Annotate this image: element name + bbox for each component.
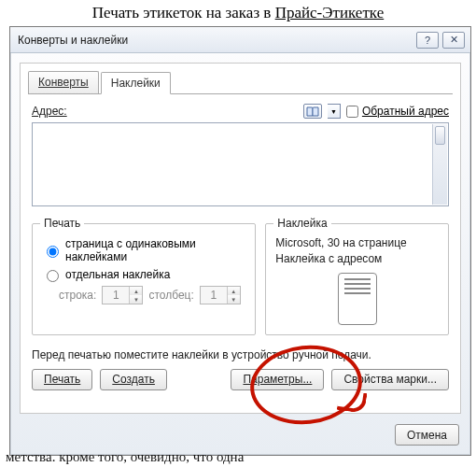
col-spinner[interactable]: ▲▼ <box>200 286 241 304</box>
row-col-controls: строка: ▲▼ столбец: ▲▼ <box>59 286 245 304</box>
label-preview-icon <box>338 273 377 325</box>
manual-feed-note: Перед печатью поместите наклейки в устро… <box>32 348 449 361</box>
close-icon: ✕ <box>450 34 458 46</box>
return-address-input[interactable] <box>346 106 358 118</box>
button-row: Печать Создать Параметры... Свойства мар… <box>32 369 449 390</box>
col-down-icon: ▼ <box>228 295 240 304</box>
brand-properties-button[interactable]: Свойства марки... <box>331 369 449 390</box>
row-down-icon: ▼ <box>130 295 142 304</box>
radio-same-labels[interactable]: страница с одинаковыми наклейками <box>42 237 245 263</box>
close-button[interactable]: ✕ <box>442 32 465 49</box>
page-header-text: Печать этикеток на заказ в <box>92 4 275 21</box>
tab-labels[interactable]: Наклейки <box>101 72 171 94</box>
label-line1: Microsoft, 30 на странице <box>275 235 439 251</box>
options-button[interactable]: Параметры... <box>231 369 324 390</box>
tabstrip: Конверты Наклейки <box>21 64 460 93</box>
label-info: Microsoft, 30 на странице Наклейка с адр… <box>275 235 439 267</box>
group-print-title: Печать <box>40 217 84 230</box>
row-input <box>103 287 129 304</box>
chevron-down-icon: ▼ <box>330 108 337 115</box>
address-book-button[interactable] <box>303 104 322 119</box>
return-address-checkbox[interactable]: Обратный адрес <box>346 105 449 118</box>
dialog-envelopes-labels: Конверты и наклейки ? ✕ Конверты Наклейк… <box>9 26 471 456</box>
dialog-body: Конверты Наклейки Адрес: ▼ Об <box>20 63 461 414</box>
create-button[interactable]: Создать <box>100 369 167 390</box>
background-document-text: метства. кроме того, очевидно, что одна <box>6 449 470 465</box>
address-label: Адрес: <box>32 105 67 118</box>
col-label: столбец: <box>148 289 193 302</box>
scrollbar-thumb[interactable] <box>435 126 445 145</box>
row-label: строка: <box>59 289 96 302</box>
address-textarea[interactable] <box>32 122 449 206</box>
page-header-link[interactable]: Прайс-Этикетке <box>275 4 385 21</box>
col-up-icon: ▲ <box>228 287 240 295</box>
titlebar: Конверты и наклейки ? ✕ <box>10 27 470 53</box>
tab-envelopes[interactable]: Конверты <box>28 71 99 93</box>
address-scrollbar[interactable] <box>432 124 447 205</box>
radio-single-label[interactable]: отдельная наклейка <box>42 267 245 282</box>
page-header: Печать этикеток на заказ в Прайс-Этикетк… <box>0 0 476 28</box>
tab-panel-labels: Адрес: ▼ Обратный адрес <box>21 94 460 398</box>
address-book-icon <box>306 106 319 117</box>
group-print: Печать страница с одинаковыми наклейками… <box>32 223 256 335</box>
group-label: Наклейка Microsoft, 30 на странице Накле… <box>265 223 449 335</box>
print-button[interactable]: Печать <box>32 369 92 390</box>
help-button[interactable]: ? <box>416 32 439 49</box>
help-icon: ? <box>425 35 430 46</box>
group-label-title: Наклейка <box>273 217 330 230</box>
address-row: Адрес: ▼ Обратный адрес <box>32 104 449 119</box>
row-up-icon: ▲ <box>130 287 142 295</box>
address-book-dropdown[interactable]: ▼ <box>328 104 341 119</box>
row-spinner[interactable]: ▲▼ <box>102 286 143 304</box>
label-line2: Наклейка с адресом <box>275 251 439 267</box>
cancel-button[interactable]: Отмена <box>395 424 459 446</box>
dialog-title: Конверты и наклейки <box>18 34 413 47</box>
dialog-footer: Отмена <box>395 424 459 446</box>
col-input <box>201 287 227 304</box>
